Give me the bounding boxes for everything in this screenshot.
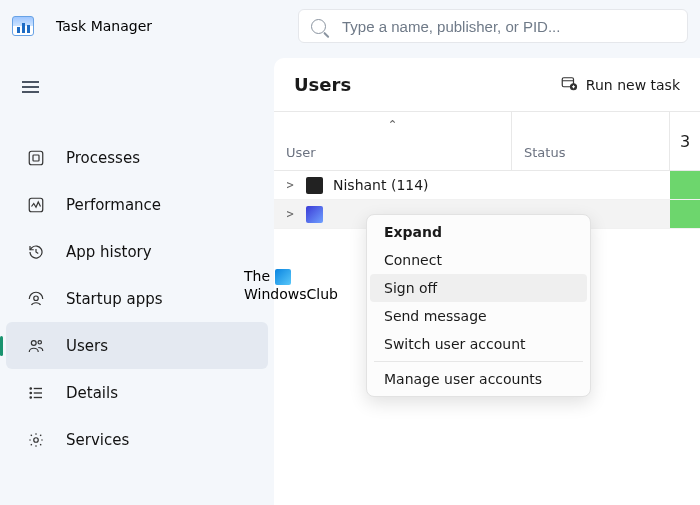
performance-icon <box>26 195 46 215</box>
startup-icon <box>26 289 46 309</box>
users-icon <box>26 336 46 356</box>
svg-point-8 <box>30 396 31 397</box>
watermark: The WindowsClub <box>244 268 338 303</box>
column-status-label: Status <box>524 145 565 160</box>
ctx-expand[interactable]: Expand <box>370 218 587 246</box>
user-avatar <box>306 206 323 223</box>
column-third[interactable]: 3 <box>670 112 700 170</box>
svg-rect-1 <box>33 155 39 161</box>
run-new-task-button[interactable]: Run new task <box>560 74 680 95</box>
run-task-icon <box>560 74 578 95</box>
svg-point-4 <box>31 340 36 345</box>
ctx-separator <box>374 361 583 362</box>
search-icon <box>311 19 326 34</box>
sidebar-item-label: App history <box>66 243 152 261</box>
sidebar-item-label: Users <box>66 337 108 355</box>
sidebar-item-label: Services <box>66 431 129 449</box>
search-input[interactable] <box>340 17 675 36</box>
svg-rect-2 <box>29 198 43 212</box>
svg-point-7 <box>30 392 31 393</box>
svg-point-5 <box>38 340 41 343</box>
hamburger-button[interactable] <box>0 72 38 102</box>
user-avatar <box>306 177 323 194</box>
task-manager-icon <box>12 16 34 36</box>
ctx-manage-accounts[interactable]: Manage user accounts <box>370 365 587 393</box>
table-header: ⌃ User Status 3 <box>274 111 700 171</box>
sidebar-item-startup-apps[interactable]: Startup apps <box>6 275 268 322</box>
run-task-label: Run new task <box>586 77 680 93</box>
cell-third <box>670 200 700 228</box>
sidebar-item-processes[interactable]: Processes <box>6 134 268 181</box>
expand-chevron-icon[interactable]: > <box>284 207 296 221</box>
ctx-send-message[interactable]: Send message <box>370 302 587 330</box>
column-user[interactable]: ⌃ User <box>274 112 512 170</box>
watermark-logo-icon <box>275 269 291 285</box>
services-icon <box>26 430 46 450</box>
ctx-sign-off[interactable]: Sign off <box>370 274 587 302</box>
sidebar-item-label: Startup apps <box>66 290 163 308</box>
sidebar-item-details[interactable]: Details <box>6 369 268 416</box>
ctx-connect[interactable]: Connect <box>370 246 587 274</box>
svg-rect-0 <box>29 151 43 165</box>
sidebar-item-label: Details <box>66 384 118 402</box>
sort-caret-icon: ⌃ <box>387 118 397 132</box>
search-box[interactable] <box>298 9 688 43</box>
ctx-switch-user[interactable]: Switch user account <box>370 330 587 358</box>
sidebar-item-services[interactable]: Services <box>6 416 268 463</box>
history-icon <box>26 242 46 262</box>
context-menu: Expand Connect Sign off Send message Swi… <box>366 214 591 397</box>
sidebar-item-label: Performance <box>66 196 161 214</box>
sidebar-item-label: Processes <box>66 149 140 167</box>
cell-third <box>670 171 700 199</box>
svg-point-3 <box>34 296 39 301</box>
sidebar: Processes Performance App history Startu… <box>0 52 274 505</box>
column-status[interactable]: Status <box>512 112 670 170</box>
svg-point-6 <box>30 387 31 388</box>
column-third-label: 3 <box>680 132 690 151</box>
details-icon <box>26 383 46 403</box>
sidebar-item-performance[interactable]: Performance <box>6 181 268 228</box>
column-user-label: User <box>286 145 499 160</box>
user-name: Nishant (114) <box>333 177 429 193</box>
svg-point-12 <box>34 437 39 442</box>
table-row[interactable]: > Nishant (114) <box>274 171 700 200</box>
app-title: Task Manager <box>56 18 152 34</box>
expand-chevron-icon[interactable]: > <box>284 178 296 192</box>
title-bar: Task Manager <box>0 0 700 52</box>
sidebar-item-app-history[interactable]: App history <box>6 228 268 275</box>
sidebar-item-users[interactable]: Users <box>6 322 268 369</box>
page-title: Users <box>294 74 351 95</box>
processes-icon <box>26 148 46 168</box>
